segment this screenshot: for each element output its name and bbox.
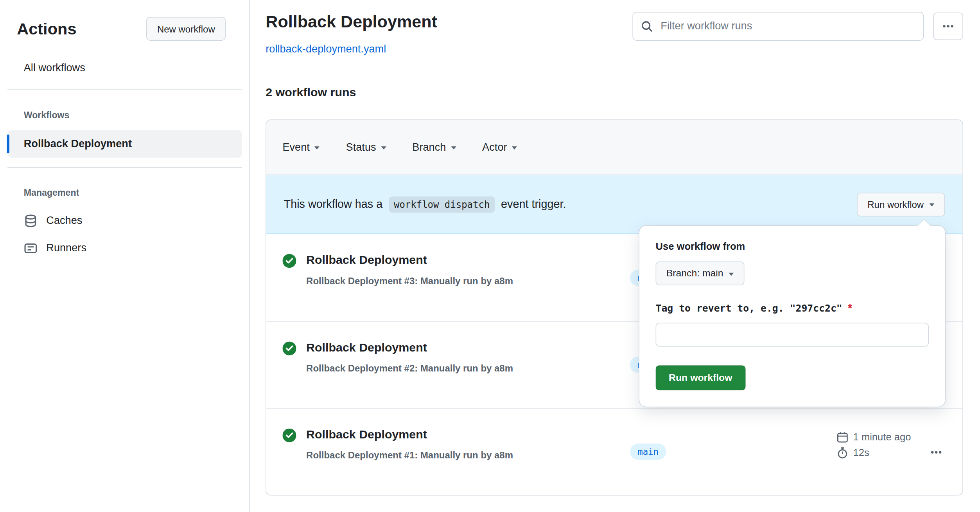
new-workflow-button[interactable]: New workflow xyxy=(147,17,226,41)
sidebar-item-all-workflows[interactable]: All workflows xyxy=(7,56,242,80)
run-text: Rollback Deployment Rollback Deployment … xyxy=(306,340,513,373)
filter-status-label: Status xyxy=(346,141,376,153)
cache-icon xyxy=(24,214,38,228)
branch-badge[interactable]: main xyxy=(630,443,666,460)
actions-sidebar: Actions New workflow All workflows Workf… xyxy=(0,0,250,512)
banner-text-after: event trigger. xyxy=(501,198,566,211)
kebab-menu-icon xyxy=(930,446,942,459)
filter-branch[interactable]: Branch xyxy=(412,141,456,153)
main-content: Rollback Deployment rollback-deployment.… xyxy=(250,0,980,512)
filter-actor[interactable]: Actor xyxy=(482,141,517,153)
run-workflow-dropdown-label: Run workflow xyxy=(867,199,924,209)
workflow-heading-block: Rollback Deployment rollback-deployment.… xyxy=(266,12,437,56)
chevron-down-icon xyxy=(451,146,456,150)
filter-event-label: Event xyxy=(282,141,309,153)
sidebar-title: Actions xyxy=(17,19,76,39)
sidebar-nav: All workflows xyxy=(0,56,249,80)
run-workflow-dropdown-button[interactable]: Run workflow xyxy=(857,192,945,216)
sidebar-item-label: Caches xyxy=(46,215,82,227)
run-subtitle: Rollback Deployment #1: Manually run by … xyxy=(306,450,513,460)
chevron-down-icon xyxy=(381,146,386,150)
stopwatch-icon xyxy=(836,447,849,459)
workflow-run-row: Rollback Deployment Rollback Deployment … xyxy=(266,408,962,495)
chevron-down-icon xyxy=(729,272,734,276)
check-circle-icon xyxy=(282,342,296,374)
tag-input[interactable] xyxy=(656,323,929,347)
management-section-heading: Management xyxy=(0,186,249,199)
banner-text-before: This workflow has a xyxy=(284,198,383,211)
run-title-link[interactable]: Rollback Deployment xyxy=(306,253,513,268)
kebab-menu-icon xyxy=(942,20,955,32)
branch-selector-button[interactable]: Branch: main xyxy=(656,261,745,285)
popover-heading: Use workflow from xyxy=(656,241,929,252)
runs-filter-bar: Event Status Branch Actor xyxy=(266,120,962,175)
branch-selector-label: Branch: main xyxy=(666,268,723,279)
banner-text: This workflow has a workflow_dispatch ev… xyxy=(284,196,566,213)
management-nav: Caches Runners xyxy=(0,208,249,261)
check-circle-icon xyxy=(282,429,296,461)
chevron-down-icon xyxy=(512,146,517,150)
chevron-down-icon xyxy=(930,203,935,206)
sidebar-item-runners[interactable]: Runners xyxy=(7,235,242,261)
run-subtitle: Rollback Deployment #2: Manually run by … xyxy=(306,363,513,373)
run-options-kebab-button[interactable] xyxy=(928,443,945,463)
run-title-link[interactable]: Rollback Deployment xyxy=(306,427,513,442)
page-title: Rollback Deployment xyxy=(266,12,437,32)
workflows-nav: Rollback Deployment xyxy=(0,130,249,157)
workflow-runs-count: 2 workflow runs xyxy=(266,86,963,99)
run-workflow-popover: Use workflow from Branch: main Tag to re… xyxy=(639,225,946,407)
run-time-cell: 1 minute ago 12s xyxy=(836,431,912,459)
check-circle-icon xyxy=(282,254,296,286)
github-actions-page: Actions New workflow All workflows Workf… xyxy=(0,0,980,512)
filter-actor-label: Actor xyxy=(482,141,507,153)
sidebar-divider xyxy=(7,90,242,90)
sidebar-header: Actions New workflow xyxy=(0,15,249,42)
runners-icon xyxy=(24,242,38,255)
chevron-down-icon xyxy=(315,146,320,150)
header-actions xyxy=(632,12,963,41)
filter-event[interactable]: Event xyxy=(282,141,319,153)
sidebar-item-label: Runners xyxy=(46,242,86,255)
run-text: Rollback Deployment Rollback Deployment … xyxy=(306,427,513,461)
calendar-icon xyxy=(836,431,849,443)
workflow-dispatch-code: workflow_dispatch xyxy=(389,196,495,213)
main-header: Rollback Deployment rollback-deployment.… xyxy=(266,12,963,56)
sidebar-divider xyxy=(7,167,242,168)
run-workflow-submit-button[interactable]: Run workflow xyxy=(656,365,746,390)
filter-branch-label: Branch xyxy=(412,141,446,153)
tag-input-label: Tag to revert to, e.g. "297cc2c" * xyxy=(656,302,929,315)
search-icon xyxy=(641,20,653,32)
tag-input-label-text: Tag to revert to, e.g. "297cc2c" xyxy=(656,303,842,314)
workflows-section-heading: Workflows xyxy=(0,109,249,121)
workflow-file-link[interactable]: rollback-deployment.yaml xyxy=(266,43,386,56)
run-duration: 12s xyxy=(853,447,869,459)
filter-status[interactable]: Status xyxy=(346,141,386,153)
workflow-options-kebab-button[interactable] xyxy=(933,13,963,40)
filter-search-box xyxy=(632,12,924,41)
run-title-link[interactable]: Rollback Deployment xyxy=(306,340,513,355)
sidebar-item-rollback-deployment[interactable]: Rollback Deployment xyxy=(7,130,242,157)
run-text: Rollback Deployment Rollback Deployment … xyxy=(306,253,513,286)
required-asterisk: * xyxy=(848,302,852,315)
sidebar-item-caches[interactable]: Caches xyxy=(7,208,242,234)
run-subtitle: Rollback Deployment #3: Manually run by … xyxy=(306,275,513,286)
run-relative-time: 1 minute ago xyxy=(853,432,911,443)
filter-workflow-runs-input[interactable] xyxy=(632,12,924,41)
workflow-runs-table: Event Status Branch Actor xyxy=(266,119,963,496)
